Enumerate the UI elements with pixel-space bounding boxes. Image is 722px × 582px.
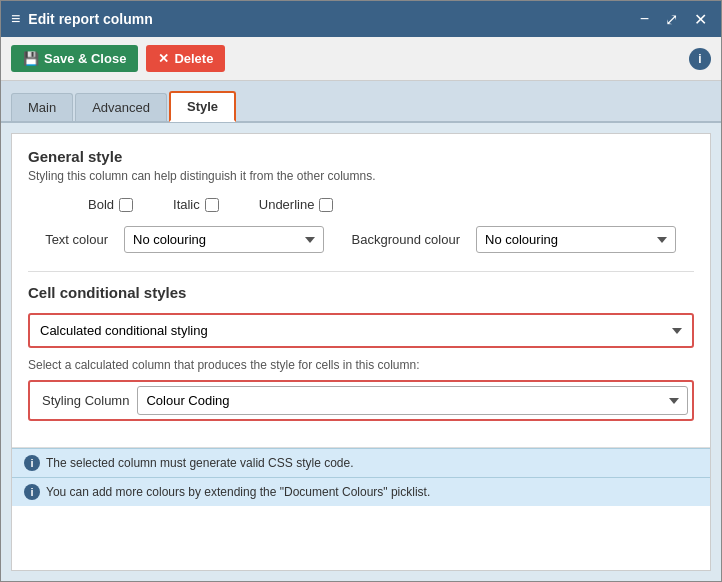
styling-column-select[interactable]: Colour Coding None [137,386,688,415]
tab-advanced[interactable]: Advanced [75,93,167,121]
tab-main[interactable]: Main [11,93,73,121]
title-bar: ≡ Edit report column − ⤢ ✕ [1,1,721,37]
window-title: Edit report column [28,11,152,27]
close-button[interactable]: ✕ [690,8,711,31]
title-bar-left: ≡ Edit report column [11,10,153,28]
colour-row: Text colour No colouring Red Blue Green … [28,226,694,253]
conditional-select-wrapper: No conditional styling Calculated condit… [28,313,694,348]
text-colour-select[interactable]: No colouring Red Blue Green [124,226,324,253]
italic-label: Italic [173,197,200,212]
tabs-bar: Main Advanced Style [1,81,721,123]
cell-conditional-title: Cell conditional styles [28,284,694,301]
general-style-desc: Styling this column can help distinguish… [28,169,694,183]
underline-checkbox-item: Underline [259,197,334,212]
tab-advanced-label: Advanced [92,100,150,115]
conditional-style-select[interactable]: No conditional styling Calculated condit… [30,315,692,346]
italic-checkbox[interactable] [205,198,219,212]
save-close-label: Save & Close [44,51,126,66]
info-icon-0: i [24,455,40,471]
background-colour-select[interactable]: No colouring Red Blue Yellow [476,226,676,253]
general-style-title: General style [28,148,694,165]
underline-checkbox[interactable] [319,198,333,212]
info-bar-0: i The selected column must generate vali… [12,448,710,477]
text-colour-label: Text colour [28,232,108,247]
save-icon: 💾 [23,51,39,66]
title-bar-controls: − ⤢ ✕ [636,8,711,31]
section-divider [28,271,694,272]
menu-icon: ≡ [11,10,20,28]
delete-icon: ✕ [158,51,169,66]
info-text-1: You can add more colours by extending th… [46,485,430,499]
delete-button[interactable]: ✕ Delete [146,45,225,72]
general-style-section: General style Styling this column can he… [28,148,694,272]
styling-column-wrapper: Styling Column Colour Coding None [28,380,694,421]
cell-conditional-section: Cell conditional styles No conditional s… [28,284,694,421]
content-panel: General style Styling this column can he… [11,133,711,571]
tab-style-label: Style [187,99,218,114]
styling-column-label: Styling Column [34,393,137,408]
background-colour-label: Background colour [340,232,460,247]
italic-checkbox-item: Italic [173,197,219,212]
save-close-button[interactable]: 💾 Save & Close [11,45,138,72]
info-bar-1: i You can add more colours by extending … [12,477,710,506]
toolbar: 💾 Save & Close ✕ Delete i [1,37,721,81]
main-area: General style Styling this column can he… [1,123,721,581]
text-formatting-row: Bold Italic Underline [28,197,694,212]
content-inner: General style Styling this column can he… [12,134,710,447]
bold-label: Bold [88,197,114,212]
info-icon: i [698,52,701,66]
underline-label: Underline [259,197,315,212]
window: ≡ Edit report column − ⤢ ✕ 💾 Save & Clos… [0,0,722,582]
info-button[interactable]: i [689,48,711,70]
info-icon-1: i [24,484,40,500]
bold-checkbox[interactable] [119,198,133,212]
minimize-button[interactable]: − [636,8,653,30]
info-bars-section: i The selected column must generate vali… [12,447,710,506]
delete-label: Delete [174,51,213,66]
maximize-button[interactable]: ⤢ [661,8,682,31]
calc-col-desc: Select a calculated column that produces… [28,358,694,372]
bold-checkbox-item: Bold [88,197,133,212]
info-text-0: The selected column must generate valid … [46,456,354,470]
tab-main-label: Main [28,100,56,115]
tab-style[interactable]: Style [169,91,236,122]
